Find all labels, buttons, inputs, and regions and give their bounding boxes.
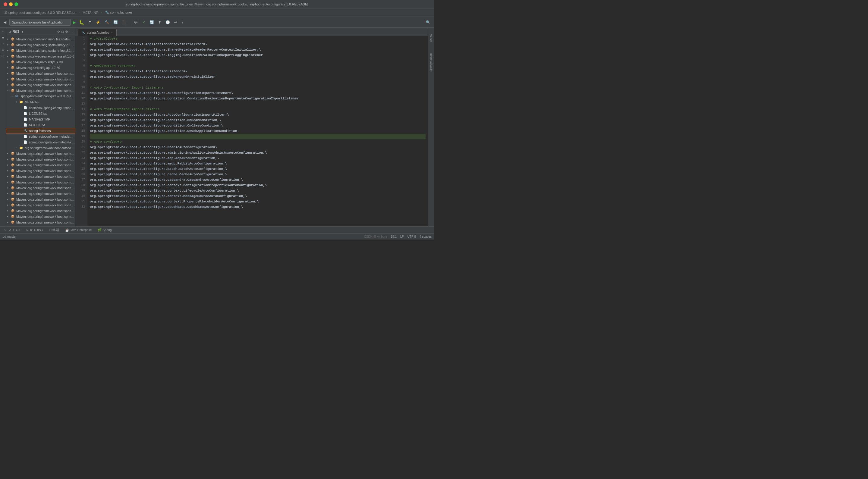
bottom-tab-java-enterprise[interactable]: ☕ Java Enterprise [63,227,94,232]
tree-item-icon: 📄 [24,140,28,144]
tree-item[interactable]: 📄additional-spring-configuration-metadat… [6,105,75,110]
tree-item[interactable]: 📄NOTICE.txt [6,122,75,128]
stop-button[interactable]: ⬛ [121,20,128,25]
project-icon: 🗂 [8,30,11,33]
tree-arrow-icon: ▸ [7,198,11,201]
minimize-button[interactable] [9,2,13,6]
tree-item[interactable]: 📄LICENSE.txt [6,110,75,116]
tree-item[interactable]: ▸📦Maven: org.springframework.boot:spring… [6,76,75,82]
nav-icon[interactable]: → [0,41,6,46]
tree-item-label: spring-configuration-metadata.json [29,140,75,144]
bottom-tab-todo[interactable]: ☑ 6: TODO [24,228,44,232]
run-button[interactable]: ▶ [73,20,76,25]
tree-item-label: Maven: org.springframework.boot:spring-b… [16,209,75,213]
profiler-button[interactable]: ⚡ [95,20,101,25]
tree-item-label: spring-boot-autoconfigure-2.3.0.RELEASE.… [21,94,75,98]
tree-item[interactable]: ▸📦Maven: org.slf4j:jul-to-slf4j:1.7.30 [6,59,75,65]
code-line: org.springframework.boot.autoconfigure.l… [90,53,426,58]
tree-item[interactable]: ▾📦Maven: org.springframework.boot:spring… [6,88,75,93]
project-dropdown-icon[interactable]: ▼ [21,30,24,33]
tree-item[interactable]: ▾🏛spring-boot-autoconfigure-2.3.0.RELEAS… [6,93,75,99]
tree-item-icon: 📁 [19,100,24,104]
tree-item[interactable]: ▸📦Maven: org.springframework.boot:spring… [6,202,75,208]
breadcrumb-spring-factories[interactable]: 🔧 spring.factories [103,10,134,15]
search-everywhere[interactable]: 🔍 [425,20,432,25]
tree-item[interactable]: ▸📦Maven: org.springframework.boot:spring… [6,70,75,76]
coverage-button[interactable]: ☂ [87,20,93,25]
tree-item[interactable]: ▸📦Maven: org.springframework.boot:spring… [6,214,75,219]
tree-item[interactable]: ▸📦Maven: org.springframework.boot:spring… [6,179,75,185]
tree-item[interactable]: ▸📦Maven: org.springframework.boot:spring… [6,151,75,156]
git-branch-status[interactable]: ⎇ master [2,235,17,238]
reload-button[interactable]: 🔄 [112,20,119,25]
main-layout: ≡ ★ → ⊞ ◫ 🗂 项目 ▼ ⟳ ⊟ ⚙ — ▸📦Maven: org.sc… [0,28,434,226]
tree-item[interactable]: ▸📦Maven: org.slf4j:slf4j-api:1.7.30 [6,65,75,70]
tree-item[interactable]: ▸📦Maven: org.springframework.boot:spring… [6,185,75,191]
code-content[interactable]: # Initializersorg.springframework.contex… [87,36,428,226]
settings-icon[interactable]: ⚙ [65,30,68,34]
bottom-tab-terminal[interactable]: ⊡ 终端 [47,227,61,233]
tree-item[interactable]: ▸📦Maven: org.scala-lang:scala-library:2.… [6,42,75,47]
git-update[interactable]: 🔃 [148,20,155,25]
editor-tab-spring-factories[interactable]: 🔧 spring.factories × [78,29,117,36]
line-number: 16 [75,118,85,123]
tree-item[interactable]: 📄MANIFEST.MF [6,116,75,122]
tree-item[interactable]: ▸📦Maven: org.springframework.boot:spring… [6,162,75,168]
git-checkmark[interactable]: ✓ [141,20,147,25]
build-button[interactable]: 🔨 [103,20,110,25]
line-number: 21 [75,145,85,150]
breadcrumb-meta-inf[interactable]: META-INF [81,10,100,15]
tree-item[interactable]: ▸📦Maven: org.springframework.boot:spring… [6,196,75,202]
tree-item[interactable]: ▾📁META-INF [6,99,75,105]
tab-close-button[interactable]: × [111,31,113,34]
tree-item[interactable]: ▸📦Maven: org.springframework.boot:spring… [6,219,75,225]
fullscreen-button[interactable] [14,2,18,6]
bookmark-icon[interactable]: ★ [0,35,6,40]
cursor-position[interactable]: 19:1 [391,235,396,238]
tree-arrow-icon: ▸ [7,204,11,206]
tree-item[interactable]: ▸📦Maven: org.springframework.boot:spring… [6,156,75,162]
encoding[interactable]: UTF-8 [407,235,416,238]
tree-item-label: Maven: org.springframework.boot:spring-b… [16,83,75,87]
tree-item[interactable]: ▸📦Maven: org.springframework.boot:spring… [6,191,75,196]
back-button[interactable]: ◀ [2,20,7,25]
tree-item[interactable]: ▸📁org.springframework.boot.autoconfigure [6,145,75,151]
bottom-tab-git[interactable]: ⑂ ⎇1: Git [2,228,22,232]
maven-panel-icon[interactable]: Maven [429,29,434,47]
bean-validation-panel-icon[interactable]: Bean Validation [429,54,434,72]
tree-item[interactable]: ▸📦Maven: org.springframework.boot:spring… [6,168,75,173]
tree-item[interactable]: ▸📦Maven: org.scala-lang:scala-reflect:2.… [6,47,75,53]
tree-item[interactable]: 🔧spring.factories [6,128,75,133]
line-number: 6 [75,63,85,69]
layer-icon[interactable]: ◫ [0,53,6,59]
tree-item-label: MANIFEST.MF [29,118,50,121]
git-revert[interactable]: ↩ [173,20,179,25]
run-config-select[interactable]: SpringBootExampleTaskApplication [9,19,71,26]
tree-item[interactable]: ▸📦Maven: org.scala-lang.modules:scala-ja… [6,36,75,42]
sync-icon[interactable]: ⟳ [57,30,60,34]
structure-icon[interactable]: ≡ [0,29,6,34]
collapse-icon[interactable]: ⊟ [61,30,64,34]
tree-arrow-icon: ▾ [11,95,15,98]
line-ending[interactable]: LF [400,235,404,238]
tree-item[interactable]: ▸📦Maven: org.skyscreamer:jsonassert:1.5.… [6,53,75,59]
tree-item[interactable]: ▸📦Maven: org.springframework.boot:spring… [6,208,75,214]
tree-item[interactable]: ▸📦Maven: org.springframework.boot:spring… [6,82,75,88]
git-branches[interactable]: ⑂ [180,20,185,25]
tree-item[interactable]: 📄spring-autoconfigure-metadata.propertie… [6,133,75,139]
line-number: 13 [75,101,85,107]
tree-item[interactable]: 📄spring-configuration-metadata.json [6,139,75,145]
close-button[interactable] [4,2,7,6]
tree-item[interactable]: ▸📦Maven: org.springframework.boot:spring… [6,173,75,179]
file-tree[interactable]: ▸📦Maven: org.scala-lang.modules:scala-ja… [6,36,75,226]
breadcrumb-jar[interactable]: 🏛 spring-boot-autoconfigure-2.3.0.RELEAS… [2,10,78,15]
hide-icon[interactable]: — [69,30,73,34]
git-history[interactable]: 🕐 [164,20,171,25]
debug-button[interactable]: 🐛 [78,19,85,25]
hierarchy-icon[interactable]: ⊞ [0,47,6,53]
bottom-tab-spring[interactable]: 🌿 Spring [96,227,113,232]
git-push[interactable]: ⬆ [157,20,162,25]
indent-setting[interactable]: 4 spaces [420,235,432,238]
tree-arrow-icon: ▸ [7,187,11,189]
tree-arrow-icon: ▸ [7,38,11,40]
